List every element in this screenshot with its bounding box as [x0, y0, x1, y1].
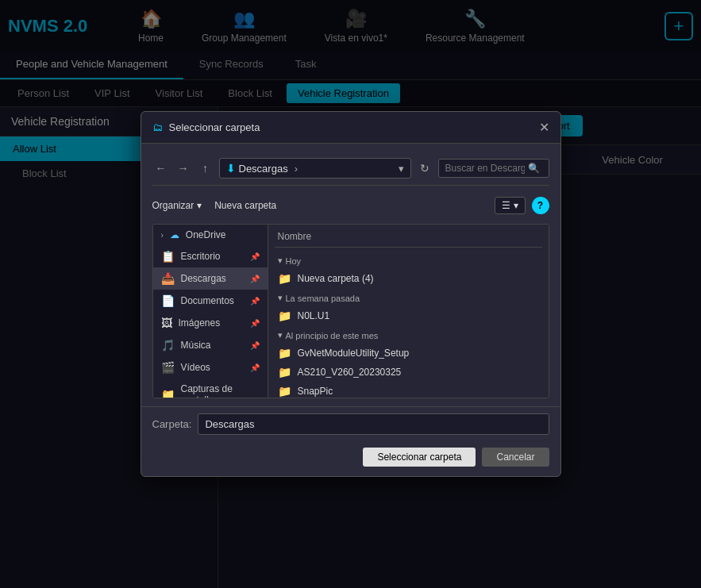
file-item-as210[interactable]: 📁 AS210_V260_20230325	[275, 363, 542, 382]
view-arrow-icon: ▾	[514, 200, 518, 211]
escritorio-label: Escritorio	[181, 251, 221, 262]
up-button[interactable]: ↑	[197, 159, 214, 177]
imagenes-icon: 🖼	[161, 317, 172, 329]
pin-icon-videos: 📌	[250, 363, 260, 372]
file-item-gvnet[interactable]: 📁 GvNetModuleUtility_Setup	[275, 344, 542, 363]
musica-icon: 🎵	[161, 339, 175, 352]
refresh-button[interactable]: ↻	[416, 159, 433, 177]
file-item-descargas[interactable]: 📥 Descargas 📌	[153, 267, 268, 290]
dialog-title-text: Seleccionar carpeta	[169, 121, 260, 133]
dialog-overlay: 🗂 Seleccionar carpeta ✕ ← → ↑ ⬇ Descarga…	[0, 0, 701, 588]
group-arrow-semana: ▾	[278, 293, 283, 303]
file-toolbar: Organizar ▾ Nueva carpeta ☰ ▾ ?	[152, 192, 549, 219]
documentos-label: Documentos	[181, 295, 234, 306]
nueva-carpeta-button[interactable]: Nueva carpeta	[214, 200, 276, 211]
file-right-panel: Nombre ▾ Hoy 📁 Nueva carpeta (4) ▾ La se…	[268, 225, 549, 398]
file-panel: › ☁ OneDrive 📋 Escritorio 📌 📥 Descargas …	[152, 224, 549, 398]
folder-icon-snappic: 📁	[278, 385, 291, 398]
group-arrow-hoy: ▾	[278, 256, 283, 266]
file-item-n0l-u1[interactable]: 📁 N0L.U1	[275, 306, 542, 325]
carpeta-input[interactable]	[198, 413, 549, 435]
select-folder-dialog: 🗂 Seleccionar carpeta ✕ ← → ↑ ⬇ Descarga…	[141, 111, 561, 477]
group-arrow-mes: ▾	[278, 330, 283, 340]
capturas-icon: 📁	[161, 388, 175, 398]
group-label-mes: Al principio de este mes	[286, 331, 379, 340]
download-icon: ⬇	[226, 162, 236, 175]
breadcrumb-arrow: ›	[295, 163, 298, 175]
dialog-actions: Seleccionar carpeta Cancelar	[141, 441, 560, 476]
forward-button[interactable]: →	[175, 159, 192, 177]
search-box[interactable]: 🔍	[438, 159, 549, 178]
pin-icon-music: 📌	[250, 341, 260, 350]
file-label-nueva-carpeta: Nueva carpeta (4)	[298, 273, 374, 284]
organizar-arrow-icon: ▾	[197, 200, 202, 211]
videos-label: Vídeos	[181, 362, 210, 373]
search-input[interactable]	[445, 163, 525, 174]
folder-icon-nueva: 📁	[278, 272, 291, 285]
file-label-n0l: N0L.U1	[298, 310, 330, 321]
breadcrumb-path: Descargas	[239, 163, 288, 175]
view-button[interactable]: ☰ ▾	[495, 197, 526, 214]
dialog-bottom: Carpeta:	[141, 406, 560, 441]
breadcrumb-chevron[interactable]: ▾	[399, 163, 404, 175]
capturas-label: Capturas de pantalla	[181, 383, 260, 398]
file-item-nueva-carpeta[interactable]: 📁 Nueva carpeta (4)	[275, 269, 542, 288]
help-button[interactable]: ?	[532, 197, 549, 214]
file-item-snappic[interactable]: 📁 SnapPic	[275, 382, 542, 398]
file-nav: ← → ↑ ⬇ Descargas › ▾ ↻ 🔍	[152, 152, 549, 186]
dialog-title-bar: 🗂 Seleccionar carpeta ✕	[141, 112, 560, 144]
folder-icon-n0l: 📁	[278, 309, 291, 322]
file-label-snappic: SnapPic	[298, 386, 333, 397]
organizar-button[interactable]: Organizar ▾	[152, 200, 202, 211]
pin-icon: 📌	[250, 252, 260, 261]
pin-icon-descargas: 📌	[250, 275, 260, 283]
pin-icon-docs: 📌	[250, 297, 260, 306]
list-view-icon: ☰	[502, 200, 510, 211]
file-item-onedrive[interactable]: › ☁ OneDrive	[153, 225, 268, 245]
escritorio-icon: 📋	[161, 250, 175, 263]
organizar-label: Organizar	[152, 200, 195, 211]
expand-icon: ›	[161, 231, 164, 240]
carpeta-label: Carpeta:	[152, 418, 192, 430]
group-este-mes: ▾ Al principio de este mes	[275, 325, 542, 344]
file-item-capturas[interactable]: 📁 Capturas de pantalla	[153, 379, 268, 398]
videos-icon: 🎬	[161, 361, 175, 374]
folder-icon-as210: 📁	[278, 366, 291, 379]
pin-icon-img: 📌	[250, 319, 260, 328]
group-label-hoy: Hoy	[286, 256, 302, 266]
search-icon: 🔍	[528, 163, 540, 174]
folder-icon-gvnet: 📁	[278, 347, 291, 359]
file-label-as210: AS210_V260_20230325	[298, 367, 402, 378]
cancel-button[interactable]: Cancelar	[482, 448, 549, 467]
group-label-semana: La semana pasada	[286, 294, 360, 303]
group-semana-pasada: ▾ La semana pasada	[275, 288, 542, 306]
descargas-label: Descargas	[181, 273, 226, 284]
cloud-icon: ☁	[170, 229, 179, 240]
select-folder-button[interactable]: Seleccionar carpeta	[363, 448, 476, 467]
back-button[interactable]: ←	[152, 159, 170, 177]
file-item-musica[interactable]: 🎵 Música 📌	[153, 334, 268, 356]
dialog-body: ← → ↑ ⬇ Descargas › ▾ ↻ 🔍	[141, 144, 560, 406]
dialog-title: 🗂 Seleccionar carpeta	[152, 121, 260, 133]
file-item-videos[interactable]: 🎬 Vídeos 📌	[153, 356, 268, 379]
close-icon[interactable]: ✕	[539, 120, 549, 135]
file-label-gvnet: GvNetModuleUtility_Setup	[298, 348, 410, 359]
file-item-imagenes[interactable]: 🖼 Imágenes 📌	[153, 312, 268, 334]
file-item-documentos[interactable]: 📄 Documentos 📌	[153, 290, 268, 312]
folder-dialog-icon: 🗂	[152, 121, 163, 133]
file-left-panel: › ☁ OneDrive 📋 Escritorio 📌 📥 Descargas …	[153, 225, 268, 398]
descargas-icon: 📥	[161, 272, 175, 285]
onedrive-label: OneDrive	[186, 229, 226, 240]
group-hoy: ▾ Hoy	[275, 251, 542, 269]
file-item-escritorio[interactable]: 📋 Escritorio 📌	[153, 245, 268, 267]
musica-label: Música	[181, 340, 211, 351]
breadcrumb-box[interactable]: ⬇ Descargas › ▾	[219, 158, 411, 179]
documentos-icon: 📄	[161, 294, 175, 307]
file-col-header: Nombre	[275, 228, 542, 248]
imagenes-label: Imágenes	[179, 317, 221, 329]
